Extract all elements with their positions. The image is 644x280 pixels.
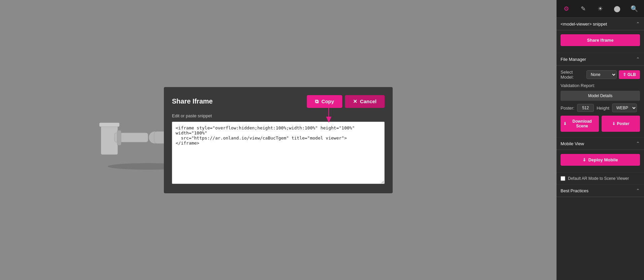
copy-button[interactable]: ⧉ Copy <box>307 95 342 108</box>
best-practices-chevron-icon: ⌃ <box>636 188 640 193</box>
snippet-section-content: Share Iframe <box>557 30 644 53</box>
share-iframe-modal: Share Iframe ⧉ Copy ✕ Cancel <box>164 87 393 193</box>
share-iframe-button-label: Share Iframe <box>587 38 614 43</box>
right-sidebar: ⚙ ✎ ☀ ⬤ 🔍 <model-viewer> snippet ⌃ Share… <box>557 0 644 280</box>
file-manager-title: File Manager <box>561 57 586 62</box>
file-manager-section-content: Select Model: None ⇧ GLB Validation Repo… <box>557 66 644 137</box>
camera-toolbar-icon[interactable]: ☀ <box>594 3 606 15</box>
copy-icon: ⧉ <box>315 98 319 105</box>
poster-button-label: Poster <box>617 121 629 126</box>
file-manager-section-header[interactable]: File Manager ⌃ <box>557 53 644 66</box>
download-poster-row: ⇓ Download Scene ⇓ Poster <box>561 116 640 132</box>
glb-button-label: GLB <box>628 72 636 77</box>
select-model-label: Select Model: <box>561 70 586 80</box>
best-practices-section-header[interactable]: Best Practices ⌃ <box>557 185 644 197</box>
ar-mode-label: Default AR Mode to Scene Viewer <box>568 176 629 181</box>
download-scene-button-label: Download Scene <box>568 119 596 128</box>
glb-button[interactable]: ⇧ GLB <box>619 70 640 79</box>
model-dropdown[interactable]: None <box>586 70 617 79</box>
poster-row: Poster: Height WEBP PNG JPG <box>561 104 640 112</box>
modal-actions: ⧉ Copy ✕ Cancel <box>307 95 385 108</box>
model-select-group: None ⇧ GLB <box>586 70 640 79</box>
mobile-view-title: Mobile View <box>561 141 584 146</box>
download-scene-button[interactable]: ⇓ Download Scene <box>561 116 599 132</box>
best-practices-title: Best Practices <box>561 188 588 193</box>
mobile-view-chevron-icon: ⌃ <box>636 141 640 146</box>
settings-toolbar-icon[interactable]: ⚙ <box>560 3 572 15</box>
webp-format-select[interactable]: WEBP PNG JPG <box>612 104 637 112</box>
deploy-mobile-button[interactable]: ⇓ Deploy Mobile <box>561 154 640 166</box>
cancel-icon: ✕ <box>353 98 357 105</box>
cancel-button[interactable]: ✕ Cancel <box>345 95 385 108</box>
height-label: Height <box>597 106 609 111</box>
file-manager-chevron-icon: ⌃ <box>636 56 640 62</box>
search-toolbar-icon[interactable]: 🔍 <box>628 3 640 15</box>
modal-title: Share Iframe <box>172 97 213 105</box>
modal-overlay: Share Iframe ⧉ Copy ✕ Cancel <box>0 0 557 280</box>
snippet-chevron-icon: ⌃ <box>636 21 640 27</box>
model-details-button-label: Model Details <box>588 93 613 98</box>
main-viewport: Share Iframe ⧉ Copy ✕ Cancel <box>0 0 557 280</box>
model-details-button[interactable]: Model Details <box>561 91 640 101</box>
snippet-section-title: <model-viewer> snippet <box>561 22 607 27</box>
poster-upload-icon: ⇓ <box>612 121 615 126</box>
validation-report-label: Validation Report: <box>561 83 640 88</box>
download-icon: ⇓ <box>563 121 567 126</box>
modal-header: Share Iframe ⧉ Copy ✕ Cancel <box>172 95 385 108</box>
palette-toolbar-icon[interactable]: ⬤ <box>611 3 623 15</box>
mobile-view-section-header[interactable]: Mobile View ⌃ <box>557 137 644 150</box>
snippet-section-header[interactable]: <model-viewer> snippet ⌃ <box>557 18 644 30</box>
sidebar-toolbar: ⚙ ✎ ☀ ⬤ 🔍 <box>557 0 644 18</box>
cancel-button-label: Cancel <box>360 98 377 104</box>
ar-mode-checkbox[interactable] <box>561 176 565 181</box>
ar-mode-checkbox-row: Default AR Mode to Scene Viewer <box>557 173 644 185</box>
deploy-mobile-button-label: Deploy Mobile <box>588 157 618 162</box>
poster-label: Poster: <box>561 106 574 111</box>
poster-button[interactable]: ⇓ Poster <box>602 116 640 132</box>
upload-icon: ⇧ <box>623 72 626 77</box>
copy-button-label: Copy <box>321 98 334 104</box>
select-model-row: Select Model: None ⇧ GLB <box>561 70 640 80</box>
modal-subtitle: Edit or paste snippet <box>172 113 385 118</box>
pencil-toolbar-icon[interactable]: ✎ <box>577 3 589 15</box>
mobile-view-section-content: ⇓ Deploy Mobile <box>557 150 644 173</box>
share-iframe-button[interactable]: Share Iframe <box>561 34 640 46</box>
snippet-textarea[interactable] <box>172 122 385 184</box>
poster-size-input[interactable] <box>577 104 594 112</box>
deploy-icon: ⇓ <box>582 157 586 162</box>
